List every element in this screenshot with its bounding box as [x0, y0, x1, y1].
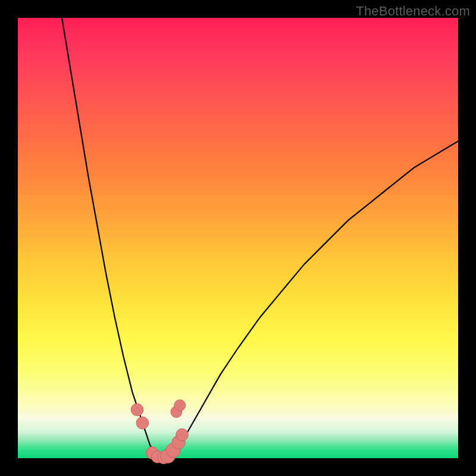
plot-area [18, 18, 458, 458]
watermark-text: TheBottleneck.com [356, 4, 470, 19]
chart-frame: TheBottleneck.com [0, 0, 476, 476]
